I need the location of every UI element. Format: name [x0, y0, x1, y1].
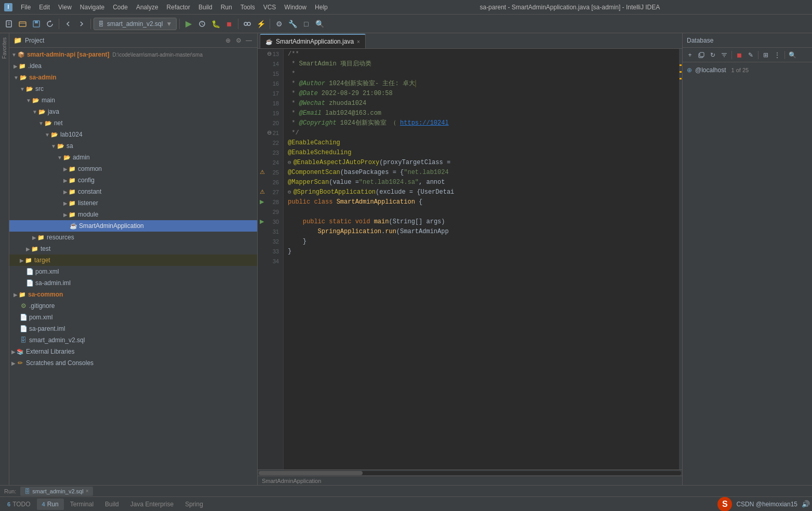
- db-layout-btn[interactable]: ⊞: [761, 50, 771, 60]
- tree-sa-common[interactable]: 📁 sa-common: [9, 289, 257, 300]
- menu-build[interactable]: Build: [194, 3, 217, 12]
- tree-smart-admin-app[interactable]: ☕ SmartAdminApplication: [9, 220, 257, 232]
- tree-lab1024[interactable]: 📂 lab1024: [9, 129, 257, 140]
- db-refresh-btn[interactable]: ↻: [708, 50, 718, 60]
- warning-icon-25: ⚠: [260, 169, 265, 176]
- tree-sql[interactable]: 🗄 smart_admin_v2.sql: [9, 334, 257, 346]
- toolbar-attach-btn[interactable]: [241, 18, 254, 30]
- tab-todo[interactable]: 6 TODO: [2, 499, 36, 510]
- tab-close-btn[interactable]: ×: [357, 39, 360, 45]
- toolbar-search-btn[interactable]: 🔍: [313, 18, 326, 30]
- panel-collapse-btn[interactable]: —: [245, 36, 253, 45]
- tab-build[interactable]: Build: [100, 499, 124, 510]
- menu-view[interactable]: View: [54, 3, 76, 12]
- menu-analyze[interactable]: Analyze: [132, 3, 163, 12]
- db-copy-btn[interactable]: [696, 50, 707, 60]
- footer-label: SmartAdminApplication: [262, 478, 321, 484]
- tree-constant[interactable]: 📁 constant: [9, 186, 257, 197]
- db-filter-btn[interactable]: [719, 50, 729, 60]
- toolbar-tools-btn[interactable]: 🔧: [286, 18, 299, 30]
- toolbar-save-btn[interactable]: [30, 18, 43, 30]
- run-tab[interactable]: 🗄 smart_admin_v2.sql ×: [20, 487, 92, 496]
- tree-sa-parent-iml[interactable]: 📄 sa-parent.iml: [9, 323, 257, 334]
- db-add-btn[interactable]: +: [685, 50, 695, 60]
- speaker-icon[interactable]: 🔊: [802, 500, 810, 508]
- panel-gear-btn[interactable]: ⚙: [234, 36, 243, 45]
- idea-icon: 📁: [18, 62, 26, 70]
- menu-tools[interactable]: Tools: [236, 3, 259, 12]
- run-configuration-dropdown[interactable]: 🗄 smart_admin_v2.sql ▼: [94, 18, 177, 30]
- tree-pom-xml[interactable]: 📄 pom.xml: [9, 266, 257, 277]
- tab-spring[interactable]: Spring: [180, 499, 208, 510]
- tree-resources[interactable]: 📁 resources: [9, 232, 257, 243]
- tab-run[interactable]: 4 Run: [37, 499, 64, 510]
- toolbar-stop-btn[interactable]: ◼: [223, 18, 235, 30]
- menu-run[interactable]: Run: [217, 3, 236, 12]
- toolbar-desktop-btn[interactable]: □: [300, 18, 312, 30]
- tree-scratches[interactable]: ✏ Scratches and Consoles: [9, 357, 257, 369]
- tree-sa-admin-iml[interactable]: 📄 sa-admin.iml: [9, 277, 257, 289]
- tree-module[interactable]: 📁 module: [9, 209, 257, 220]
- menu-navigate[interactable]: Navigate: [76, 3, 109, 12]
- tree-common[interactable]: 📁 common: [9, 163, 257, 174]
- tree-root[interactable]: 📦 smart-admin-api [sa-parent] D:\code\le…: [9, 49, 257, 60]
- toolbar-debug-btn[interactable]: 🐛: [209, 18, 222, 30]
- favorites-label[interactable]: Favorites: [2, 37, 7, 59]
- tree-listener[interactable]: 📁 listener: [9, 197, 257, 209]
- toolbar-back-btn[interactable]: [62, 18, 74, 30]
- tree-sa-admin[interactable]: 📂 sa-admin: [9, 72, 257, 83]
- run-icon-30[interactable]: ▶: [260, 218, 264, 225]
- db-search-btn[interactable]: 🔍: [787, 50, 797, 60]
- toolbar-buildx-btn[interactable]: [196, 18, 208, 30]
- menu-help[interactable]: Help: [311, 3, 332, 12]
- tree-ext-libs[interactable]: 📚 External Libraries: [9, 346, 257, 357]
- db-stop-btn[interactable]: ◼: [734, 50, 744, 60]
- tree-sa[interactable]: 📂 sa: [9, 140, 257, 152]
- build-label: Build: [105, 501, 119, 508]
- tree-config[interactable]: 📁 config: [9, 174, 257, 186]
- toolbar-new-btn[interactable]: [3, 18, 16, 30]
- toolbar-forward-btn[interactable]: [75, 18, 88, 30]
- toolbar-refresh-btn[interactable]: [44, 18, 56, 30]
- toolbar-run-btn[interactable]: ▶: [182, 18, 195, 30]
- code-line-25: @ComponentScan (basePackages = { "net.la…: [284, 167, 679, 177]
- run-icon-28[interactable]: ▶: [260, 198, 264, 205]
- tree-src[interactable]: 📂 src: [9, 83, 257, 95]
- src-label: src: [35, 85, 44, 92]
- tree-target[interactable]: 📁 target: [9, 254, 257, 266]
- tree-admin[interactable]: 📂 admin: [9, 152, 257, 163]
- tree-java[interactable]: 📂 java: [9, 106, 257, 117]
- tab-java-enterprise[interactable]: Java Enterprise: [125, 499, 179, 510]
- db-localhost-item[interactable]: ⊕ @localhost 1 of 25: [683, 64, 812, 76]
- code-content[interactable]: /** * SmartAdmin 项目启动类 * * @Author 1024创…: [284, 49, 679, 469]
- code-line-26: @MapperScan (value = "net.lab1024.sa" , …: [284, 177, 679, 187]
- menu-window[interactable]: Window: [280, 3, 311, 12]
- tree-root-pom[interactable]: 📄 pom.xml: [9, 312, 257, 323]
- tree-gitignore[interactable]: ⚙ .gitignore: [9, 300, 257, 312]
- editor-hscroll[interactable]: [258, 469, 682, 476]
- project-tree: 📦 smart-admin-api [sa-parent] D:\code\le…: [9, 48, 257, 485]
- db-edit-btn[interactable]: ✎: [746, 50, 756, 60]
- toolbar-profiler-btn[interactable]: ⚡: [255, 18, 267, 30]
- db-more-btn[interactable]: ⋮: [772, 50, 782, 60]
- menu-file[interactable]: File: [17, 3, 35, 12]
- code-line-18: * @Wechat zhuoda1024: [284, 98, 679, 108]
- panel-sync-btn[interactable]: ⊕: [224, 36, 232, 45]
- tree-main[interactable]: 📂 main: [9, 95, 257, 106]
- menu-refactor[interactable]: Refactor: [163, 3, 194, 12]
- tree-idea[interactable]: 📁 .idea: [9, 60, 257, 72]
- run-tab-close[interactable]: ×: [86, 488, 89, 494]
- menu-code[interactable]: Code: [109, 3, 132, 12]
- csdn-icon[interactable]: S: [717, 497, 732, 512]
- menu-vcs[interactable]: VCS: [259, 3, 281, 12]
- gutter-28: ▶28: [258, 197, 283, 207]
- tab-terminal[interactable]: Terminal: [65, 499, 99, 510]
- hscroll-thumb[interactable]: [259, 471, 363, 475]
- editor-tab-smart-admin-app[interactable]: ☕ SmartAdminApplication.java ×: [260, 34, 366, 48]
- main-label: main: [42, 97, 55, 104]
- tree-test[interactable]: 📁 test: [9, 243, 257, 254]
- tree-net[interactable]: 📂 net: [9, 117, 257, 129]
- menu-edit[interactable]: Edit: [35, 3, 54, 12]
- toolbar-open-btn[interactable]: [17, 18, 29, 30]
- toolbar-settings-btn[interactable]: ⚙: [273, 18, 285, 30]
